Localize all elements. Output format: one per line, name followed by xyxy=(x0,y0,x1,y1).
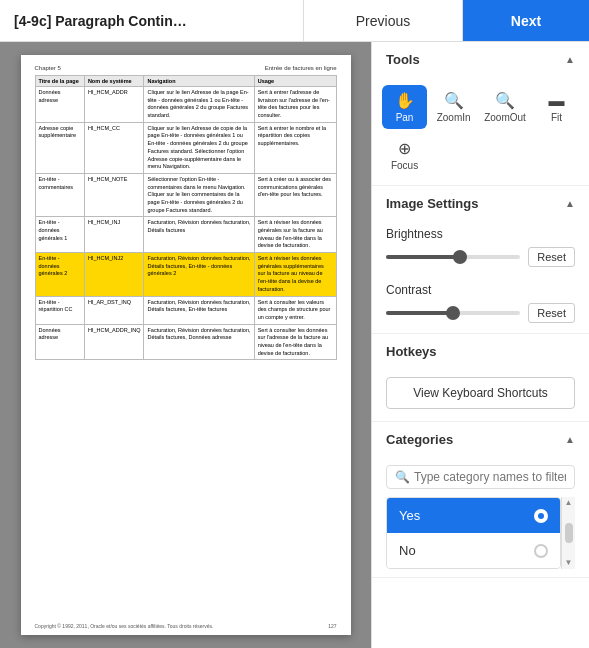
table-cell: Sert à réviser les données générales sup… xyxy=(254,253,336,296)
table-cell: Sert à entrer le nombre et la répartitio… xyxy=(254,122,336,173)
tools-label: Tools xyxy=(386,52,420,67)
categories-section: Categories ▲ 🔍 Yes No xyxy=(372,422,589,578)
category-no-radio xyxy=(534,544,548,558)
fit-icon: ▬ xyxy=(548,92,564,110)
contrast-label: Contrast xyxy=(386,283,575,297)
doc-page: Chapter 5 Entrée de factures en ligne Ti… xyxy=(21,55,351,635)
category-list: Yes No xyxy=(386,497,561,569)
brightness-label: Brightness xyxy=(386,227,575,241)
table-cell: Sélectionner l'option En-tête - commenta… xyxy=(144,173,254,216)
table-cell: HI_HCM_INJ2 xyxy=(84,253,144,296)
category-search-input[interactable] xyxy=(414,470,566,484)
table-cell: En-tête - données générales 1 xyxy=(35,217,84,253)
tools-chevron-icon: ▲ xyxy=(565,54,575,65)
brightness-thumb[interactable] xyxy=(453,250,467,264)
zoomin-icon: 🔍 xyxy=(444,91,464,110)
categories-chevron-icon: ▲ xyxy=(565,434,575,445)
table-cell: Sert à consulter les données sur l'adres… xyxy=(254,324,336,360)
chapter-right-header: Entrée de factures en ligne xyxy=(265,65,337,71)
table-cell: En-tête - répartition CC xyxy=(35,296,84,324)
contrast-track[interactable] xyxy=(386,311,520,315)
brightness-fill xyxy=(386,255,460,259)
doc-title: [4-9c] Paragraph Contin… xyxy=(0,13,303,29)
image-settings-header: Image Settings ▲ xyxy=(372,186,589,221)
brightness-row: Brightness Reset xyxy=(372,221,589,277)
category-yes-label: Yes xyxy=(399,508,420,523)
category-list-wrapper: Yes No ▲ ▼ xyxy=(386,497,575,569)
top-bar: [4-9c] Paragraph Contin… Previous Next xyxy=(0,0,589,42)
category-scrollbar[interactable]: ▲ ▼ xyxy=(561,497,575,569)
table-row: En-tête - données générales 2HI_HCM_INJ2… xyxy=(35,253,336,296)
table-cell: HI_AR_DST_INQ xyxy=(84,296,144,324)
category-item-yes[interactable]: Yes xyxy=(387,498,560,533)
table-cell: Sert à entrer l'adresse de livraison sur… xyxy=(254,87,336,123)
table-header: Titre de la page xyxy=(35,76,84,87)
category-search-box[interactable]: 🔍 xyxy=(386,465,575,489)
category-yes-radio xyxy=(534,509,548,523)
tool-fit-label: Fit xyxy=(551,112,562,123)
tools-grid: ✋ Pan 🔍 ZoomIn 🔍 ZoomOut ▬ Fit ⊕ Foc xyxy=(372,77,589,185)
categories-label: Categories xyxy=(386,432,453,447)
tools-header: Tools ▲ xyxy=(372,42,589,77)
view-keyboard-shortcuts-button[interactable]: View Keyboard Shortcuts xyxy=(386,377,575,409)
table-row: Données adresseHI_HCM_ADDRCliquer sur le… xyxy=(35,87,336,123)
previous-button[interactable]: Previous xyxy=(303,0,463,41)
chapter-label: Chapter 5 xyxy=(35,65,61,71)
table-row: En-tête - répartition CCHI_AR_DST_INQFac… xyxy=(35,296,336,324)
tool-fit[interactable]: ▬ Fit xyxy=(534,85,579,129)
image-settings-label: Image Settings xyxy=(386,196,478,211)
doc-viewer: Chapter 5 Entrée de factures en ligne Ti… xyxy=(0,42,371,648)
brightness-track[interactable] xyxy=(386,255,520,259)
table-cell: Facturation, Révision données facturatio… xyxy=(144,296,254,324)
scroll-down-arrow[interactable]: ▼ xyxy=(565,559,573,567)
table-row: Adresse copie supplémentaireHI_HCM_CCCli… xyxy=(35,122,336,173)
contrast-fill xyxy=(386,311,453,315)
table-cell: Facturation, Révision données facturatio… xyxy=(144,217,254,253)
hotkeys-section: Hotkeys View Keyboard Shortcuts xyxy=(372,334,589,422)
table-cell: Facturation, Révision données facturatio… xyxy=(144,324,254,360)
focus-icon: ⊕ xyxy=(398,139,411,158)
brightness-reset-button[interactable]: Reset xyxy=(528,247,575,267)
scroll-thumb[interactable] xyxy=(565,523,573,543)
tool-zoomin[interactable]: 🔍 ZoomIn xyxy=(431,85,476,129)
table-cell: Cliquer sur le lien Adresse de la page E… xyxy=(144,87,254,123)
table-row: Données adresseHI_HCM_ADDR_INQFacturatio… xyxy=(35,324,336,360)
tool-focus[interactable]: ⊕ Focus xyxy=(382,133,427,177)
contrast-reset-button[interactable]: Reset xyxy=(528,303,575,323)
doc-chapter-header: Chapter 5 Entrée de factures en ligne xyxy=(35,65,337,71)
tool-zoomout-label: ZoomOut xyxy=(484,112,526,123)
table-cell: Facturation, Révision données facturatio… xyxy=(144,253,254,296)
right-panel: Tools ▲ ✋ Pan 🔍 ZoomIn 🔍 ZoomOut ▬ xyxy=(371,42,589,648)
contrast-control: Reset xyxy=(386,303,575,323)
tool-zoomin-label: ZoomIn xyxy=(437,112,471,123)
table-row: En-tête - données générales 1HI_HCM_INJF… xyxy=(35,217,336,253)
table-cell: Sert à créer ou à associer des communica… xyxy=(254,173,336,216)
hotkeys-header: Hotkeys xyxy=(372,334,589,369)
category-item-no[interactable]: No xyxy=(387,533,560,568)
pan-icon: ✋ xyxy=(395,91,415,110)
tools-section: Tools ▲ ✋ Pan 🔍 ZoomIn 🔍 ZoomOut ▬ xyxy=(372,42,589,186)
next-button[interactable]: Next xyxy=(463,0,589,41)
brightness-control: Reset xyxy=(386,247,575,267)
category-search-icon: 🔍 xyxy=(395,470,410,484)
zoomout-icon: 🔍 xyxy=(495,91,515,110)
scroll-up-arrow[interactable]: ▲ xyxy=(565,499,573,507)
categories-content: 🔍 Yes No ▲ xyxy=(372,457,589,577)
hotkeys-content: View Keyboard Shortcuts xyxy=(372,369,589,421)
image-settings-section: Image Settings ▲ Brightness Reset Contra… xyxy=(372,186,589,334)
doc-table: Titre de la pageNom de systèmeNavigation… xyxy=(35,75,337,360)
page-number: 127 xyxy=(328,623,336,629)
contrast-row: Contrast Reset xyxy=(372,277,589,333)
table-header: Nom de système xyxy=(84,76,144,87)
categories-header: Categories ▲ xyxy=(372,422,589,457)
table-cell: HI_HCM_INJ xyxy=(84,217,144,253)
tool-zoomout[interactable]: 🔍 ZoomOut xyxy=(480,85,530,129)
table-cell: En-tête - données générales 2 xyxy=(35,253,84,296)
table-header: Navigation xyxy=(144,76,254,87)
contrast-thumb[interactable] xyxy=(446,306,460,320)
table-cell: En-tête - commentaires xyxy=(35,173,84,216)
tool-pan[interactable]: ✋ Pan xyxy=(382,85,427,129)
table-cell: HI_HCM_ADDR_INQ xyxy=(84,324,144,360)
footer-text: Copyright © 1992, 2011, Oracle et/ou ses… xyxy=(35,623,214,629)
table-cell: HI_HCM_NOTE xyxy=(84,173,144,216)
